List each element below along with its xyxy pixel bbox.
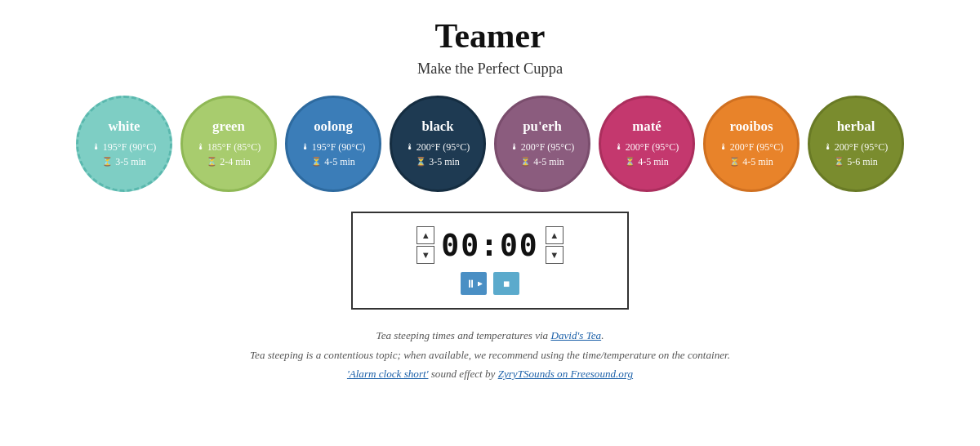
minutes-spinner[interactable]: ▲ ▼: [416, 226, 434, 264]
seconds-spinner[interactable]: ▲ ▼: [546, 226, 564, 264]
tea-name-white: white: [108, 118, 140, 135]
tea-circle-green[interactable]: green 🌡 185°F (85°C) ⏳ 2-4 min: [180, 96, 277, 192]
time-icon-herbal: ⏳: [834, 155, 844, 167]
tea-time-value-puerh: 4-5 min: [533, 154, 564, 169]
tea-temp-black: 🌡 200°F (95°C): [406, 140, 470, 154]
tea-name-herbal: herbal: [837, 118, 875, 135]
tea-temp-value-green: 185°F (85°C): [207, 140, 261, 154]
tea-circle-rooibos[interactable]: rooibos 🌡 200°F (95°C) ⏳ 4-5 min: [703, 96, 800, 192]
tea-name-black: black: [421, 118, 453, 135]
tea-time-value-green: 2-4 min: [220, 154, 251, 169]
footer-line1-prefix: Tea steeping times and temperatures via: [376, 329, 551, 341]
tea-circle-oolong[interactable]: oolong 🌡 195°F (90°C) ⏳ 4-5 min: [285, 96, 381, 192]
tea-temp-white: 🌡 195°F (90°C): [92, 140, 156, 154]
tea-temp-green: 🌡 185°F (85°C): [197, 140, 261, 154]
tea-time-value-white: 3-5 min: [115, 154, 146, 169]
tea-temp-rooibos: 🌡 200°F (95°C): [719, 140, 783, 154]
temp-icon-rooibos: 🌡: [719, 140, 728, 153]
temp-icon-oolong: 🌡: [301, 140, 310, 153]
page-subtitle: Make the Perfect Cuppa: [417, 60, 563, 78]
time-icon-white: ⏳: [102, 155, 113, 167]
footer: Tea steeping times and temperatures via …: [250, 326, 730, 384]
tea-circle-puerh[interactable]: pu'erh 🌡 200°F (95°C) ⏳ 4-5 min: [494, 96, 590, 192]
tea-name-puerh: pu'erh: [523, 118, 562, 135]
timer-display: 00:00: [441, 228, 539, 263]
tea-temp-value-oolong: 195°F (90°C): [312, 140, 365, 154]
tea-time-rooibos: ⏳ 4-5 min: [729, 154, 773, 169]
tea-temp-value-puerh: 200°F (95°C): [521, 140, 574, 154]
tea-time-value-rooibos: 4-5 min: [742, 154, 773, 169]
tea-name-mate: maté: [632, 118, 661, 135]
seconds-up-btn[interactable]: ▲: [546, 226, 564, 244]
tea-name-rooibos: rooibos: [730, 118, 773, 135]
tea-temp-value-mate: 200°F (95°C): [626, 140, 679, 154]
footer-line2: Tea steeping is a contentious topic; whe…: [250, 346, 730, 365]
play-pause-button[interactable]: ⏸▶: [461, 272, 487, 295]
temp-icon-puerh: 🌡: [510, 140, 519, 153]
tea-circles-container: white 🌡 195°F (90°C) ⏳ 3-5 min green 🌡 1…: [76, 96, 904, 192]
tea-time-mate: ⏳ 4-5 min: [625, 154, 669, 169]
timer-container: ▲ ▼ 00:00 ▲ ▼ ⏸▶ ■: [351, 212, 629, 310]
tea-name-oolong: oolong: [314, 118, 353, 135]
tea-temp-mate: 🌡 200°F (95°C): [615, 140, 679, 154]
temp-icon-white: 🌡: [92, 140, 100, 153]
tea-circle-white[interactable]: white 🌡 195°F (90°C) ⏳ 3-5 min: [76, 96, 172, 192]
tea-time-value-oolong: 4-5 min: [324, 154, 355, 169]
tea-time-black: ⏳ 3-5 min: [416, 154, 460, 169]
temp-icon-mate: 🌡: [615, 140, 623, 153]
tea-temp-value-rooibos: 200°F (95°C): [730, 140, 783, 154]
tea-time-green: ⏳ 2-4 min: [207, 154, 251, 169]
tea-time-value-mate: 4-5 min: [638, 154, 669, 169]
tea-time-oolong: ⏳ 4-5 min: [311, 154, 355, 169]
time-icon-oolong: ⏳: [311, 155, 322, 167]
tea-time-white: ⏳ 3-5 min: [102, 154, 146, 169]
tea-circle-herbal[interactable]: herbal 🌡 200°F (95°C) ⏳ 5-6 min: [808, 96, 904, 192]
tea-temp-oolong: 🌡 195°F (90°C): [301, 140, 365, 154]
footer-line1-suffix: .: [601, 329, 604, 341]
tea-time-herbal: ⏳ 5-6 min: [834, 154, 878, 169]
tea-temp-herbal: 🌡 200°F (95°C): [824, 140, 888, 154]
tea-temp-value-black: 200°F (95°C): [416, 140, 470, 154]
stop-button[interactable]: ■: [493, 272, 519, 295]
time-icon-green: ⏳: [207, 155, 217, 167]
footer-line3-middle: sound effect by: [428, 368, 497, 380]
freesound-link[interactable]: ZyryTSounds on Freesound.org: [498, 368, 633, 380]
tea-name-green: green: [212, 118, 245, 135]
davids-tea-link[interactable]: David's Tea: [550, 329, 601, 341]
time-icon-puerh: ⏳: [520, 155, 531, 167]
time-icon-rooibos: ⏳: [729, 155, 740, 167]
timer-row: ▲ ▼ 00:00 ▲ ▼: [416, 226, 564, 264]
footer-line1: Tea steeping times and temperatures via …: [250, 326, 730, 346]
temp-icon-green: 🌡: [197, 140, 205, 153]
minutes-down-btn[interactable]: ▼: [416, 246, 434, 264]
tea-temp-value-herbal: 200°F (95°C): [835, 140, 888, 154]
tea-temp-puerh: 🌡 200°F (95°C): [510, 140, 574, 154]
minutes-up-btn[interactable]: ▲: [416, 226, 434, 244]
tea-temp-value-white: 195°F (90°C): [103, 140, 156, 154]
tea-circle-mate[interactable]: maté 🌡 200°F (95°C) ⏳ 4-5 min: [599, 96, 695, 192]
timer-controls: ⏸▶ ■: [461, 272, 519, 295]
alarm-clock-link[interactable]: 'Alarm clock short': [347, 368, 429, 380]
page-title: Teamer: [435, 16, 546, 56]
tea-time-value-black: 3-5 min: [429, 154, 460, 169]
time-icon-mate: ⏳: [625, 155, 635, 167]
footer-line3: 'Alarm clock short' sound effect by Zyry…: [250, 364, 730, 384]
tea-circle-black[interactable]: black 🌡 200°F (95°C) ⏳ 3-5 min: [390, 96, 486, 192]
tea-time-puerh: ⏳ 4-5 min: [520, 154, 564, 169]
tea-time-value-herbal: 5-6 min: [847, 154, 878, 169]
seconds-down-btn[interactable]: ▼: [546, 246, 564, 264]
time-icon-black: ⏳: [416, 155, 426, 167]
temp-icon-herbal: 🌡: [824, 140, 832, 153]
temp-icon-black: 🌡: [406, 140, 414, 153]
